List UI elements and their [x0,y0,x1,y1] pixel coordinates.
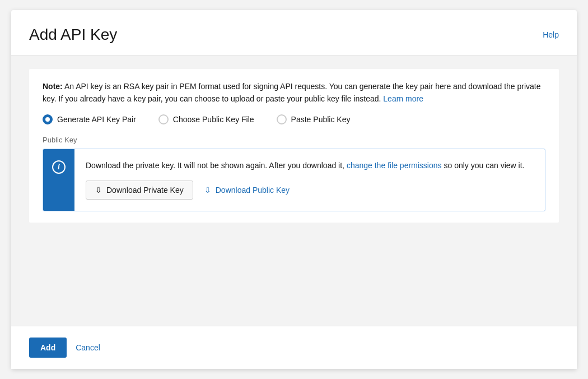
cancel-button[interactable]: Cancel [76,343,100,352]
note-section: Note: An API key is an RSA key pair in P… [29,69,559,223]
note-body: An API key is an RSA key pair in PEM for… [43,82,541,103]
info-icon: i [52,160,66,174]
info-box: i Download the private key. It will not … [43,149,545,211]
add-api-key-modal: Add API Key Help Note: An API key is an … [11,10,577,369]
modal-header: Add API Key Help [11,10,577,56]
info-text-before-link: Download the private key. It will not be… [86,161,344,170]
learn-more-link[interactable]: Learn more [383,94,423,103]
radio-paste[interactable]: Paste Public Key [277,114,351,124]
radio-paste-label: Paste Public Key [291,115,351,124]
radio-group: Generate API Key Pair Choose Public Key … [43,114,545,124]
info-text-after-link: so only you can view it. [444,161,524,170]
download-public-key-icon: ⇩ [204,186,211,195]
add-button[interactable]: Add [29,338,67,358]
modal-body: Note: An API key is an RSA key pair in P… [11,56,577,326]
download-private-key-button[interactable]: ⇩ Download Private Key [86,181,193,200]
radio-generate-label: Generate API Key Pair [57,115,136,124]
radio-generate-input[interactable] [43,114,53,124]
page-title: Add API Key [29,26,117,44]
download-private-key-icon: ⇩ [95,186,102,195]
info-box-content: Download the private key. It will not be… [74,149,545,211]
download-public-key-button[interactable]: ⇩ Download Public Key [204,186,290,195]
note-text: Note: An API key is an RSA key pair in P… [43,80,545,105]
download-buttons: ⇩ Download Private Key ⇩ Download Public… [86,181,534,200]
download-private-key-label: Download Private Key [106,186,184,195]
download-public-key-label: Download Public Key [216,186,290,195]
radio-choose-file-label: Choose Public Key File [173,115,254,124]
radio-generate[interactable]: Generate API Key Pair [43,114,136,124]
help-link[interactable]: Help [543,30,559,39]
modal-footer: Add Cancel [11,326,577,369]
radio-choose-file[interactable]: Choose Public Key File [158,114,254,124]
radio-paste-input[interactable] [277,114,287,124]
info-box-sidebar: i [43,149,74,211]
info-box-text: Download the private key. It will not be… [86,159,534,172]
change-permissions-link[interactable]: change the file permissions [347,161,442,170]
radio-choose-file-input[interactable] [158,114,169,124]
public-key-label: Public Key [43,136,545,144]
note-prefix: Note: [43,82,63,91]
